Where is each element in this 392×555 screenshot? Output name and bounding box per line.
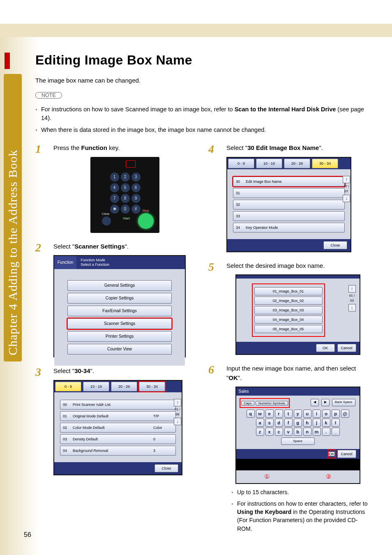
step-number: 2 <box>35 242 46 358</box>
menu-item-printer[interactable]: Printer Settings <box>67 331 172 342</box>
step-number: 3 <box>35 366 46 475</box>
scroll-down-icon[interactable]: ↓ <box>174 418 181 425</box>
scroll-down-icon[interactable]: ↓ <box>348 304 356 311</box>
device-panel-image: 123 456 789 ✱0# Clear Start Stop <box>90 157 159 233</box>
page-title: Editing Image Box Name <box>35 53 369 68</box>
note-item: When there is data stored in the image b… <box>35 126 369 134</box>
menu-item-scanner[interactable]: Scanner Settings <box>67 318 172 329</box>
marker-1: ① <box>264 472 270 481</box>
step-number: 5 <box>208 261 219 355</box>
menu-item-fax[interactable]: Fax/Email Settings <box>67 306 172 316</box>
step-text: Select " <box>53 243 74 250</box>
edit-image-box-screen: 0 - 9 10 - 19 20 - 29 30 - 34 30Edit Ima… <box>226 157 351 252</box>
close-button[interactable]: Close <box>154 464 178 472</box>
setting-row[interactable]: 03Density Default0 <box>60 434 176 444</box>
tab-10-19[interactable]: 10 - 19 <box>256 159 282 168</box>
note-item: For instructions on how to save Scanned … <box>35 105 369 122</box>
image-box-item[interactable]: 04_Image_Box_04 <box>254 315 323 324</box>
step-number: 6 <box>208 364 219 536</box>
step-text: Input the new image box name, and then s… <box>226 365 356 381</box>
step-text: Select " <box>53 367 74 374</box>
chapter-label: Chapter 4 Adding to the Address Book <box>6 80 20 355</box>
image-box-item[interactable]: 01_Image_Box_01 <box>254 287 323 295</box>
scroll-up-icon[interactable]: ↑ <box>174 399 181 406</box>
marker-2: ② <box>326 472 331 481</box>
sub-note: For instructions on how to enter charact… <box>231 500 369 533</box>
function-mode-screen: Function Function ModeSelect a Function … <box>53 255 186 357</box>
scroll-up-icon[interactable]: ↑ <box>343 176 350 183</box>
keyboard-screen: Sales Caps Numeric/ Symbols ◀ ▶ <box>235 387 360 484</box>
intro-text: The image box name can be changed. <box>35 77 369 84</box>
space-key[interactable]: Space <box>281 438 315 445</box>
tab-30-34[interactable]: 30 - 34 <box>139 382 165 391</box>
input-field-value: Sales <box>236 387 360 396</box>
setting-row-30[interactable]: 30Edit Image Box Name <box>233 177 345 187</box>
backspace-button[interactable]: Back Space <box>332 399 355 406</box>
menu-item-general[interactable]: General Settings <box>67 280 172 291</box>
setting-row[interactable]: 04Background Removal3 <box>60 446 176 456</box>
close-button[interactable]: Close <box>323 241 347 249</box>
step-text: Select " <box>226 144 247 151</box>
numeric-symbols-button[interactable]: Numeric/ Symbols <box>256 401 288 405</box>
setting-row[interactable]: 01Original Mode DefaultT/P <box>60 411 176 421</box>
tab-0-9[interactable]: 0 - 9 <box>55 382 81 391</box>
note-badge: NOTE <box>35 92 62 99</box>
setting-row[interactable]: 02Color Mode DefaultColor <box>60 423 176 433</box>
menu-item-counter[interactable]: Counter View <box>67 344 172 355</box>
caps-button[interactable]: Caps <box>241 401 255 405</box>
image-box-item[interactable]: 03_Image_Box_03 <box>254 306 323 314</box>
cancel-button[interactable]: Cancel <box>337 450 356 458</box>
setting-row[interactable]: 33 <box>233 211 345 221</box>
page-number: 56 <box>24 531 31 539</box>
step-number: 1 <box>35 143 46 233</box>
arrow-left-icon[interactable]: ◀ <box>311 399 319 406</box>
arrow-right-icon[interactable]: ▶ <box>321 399 330 406</box>
tab-10-19[interactable]: 10 - 19 <box>83 382 109 391</box>
step-text: Press the <box>53 144 81 151</box>
step-text: Select the desired image box name. <box>226 262 325 269</box>
menu-item-copier[interactable]: Copier Settings <box>67 293 172 304</box>
image-box-list-screen: 01_Image_Box_01 02_Image_Box_02 03_Image… <box>235 274 360 355</box>
function-key-highlight <box>126 160 136 168</box>
function-tab[interactable]: Function <box>54 256 76 269</box>
scanner-settings-screen: 0 - 9 10 - 19 20 - 29 30 - 34 00Print Sc… <box>53 380 182 475</box>
ok-button[interactable]: OK <box>328 451 334 456</box>
scroll-down-icon[interactable]: ↓ <box>343 195 350 202</box>
step-number: 4 <box>208 143 219 252</box>
setting-row[interactable]: 32 <box>233 200 345 210</box>
setting-row[interactable]: 00Print Scanner Addr List <box>60 400 176 410</box>
tab-20-29[interactable]: 20 - 29 <box>111 382 137 391</box>
cancel-button[interactable]: Cancel <box>337 344 356 352</box>
setting-row[interactable]: 34Key Operator Mode <box>233 223 345 233</box>
tab-30-34[interactable]: 30 - 34 <box>312 159 338 168</box>
image-box-item[interactable]: 05_Image_Box_05 <box>254 325 323 333</box>
setting-row[interactable]: 31 <box>233 188 345 198</box>
tab-20-29[interactable]: 20 - 29 <box>284 159 310 168</box>
image-box-item[interactable]: 02_Image_Box_02 <box>254 297 323 305</box>
tab-0-9[interactable]: 0 - 9 <box>228 159 254 168</box>
scroll-up-icon[interactable]: ↑ <box>348 285 356 292</box>
sub-note: Up to 15 characters. <box>231 488 369 496</box>
ok-button[interactable]: OK <box>316 344 335 352</box>
